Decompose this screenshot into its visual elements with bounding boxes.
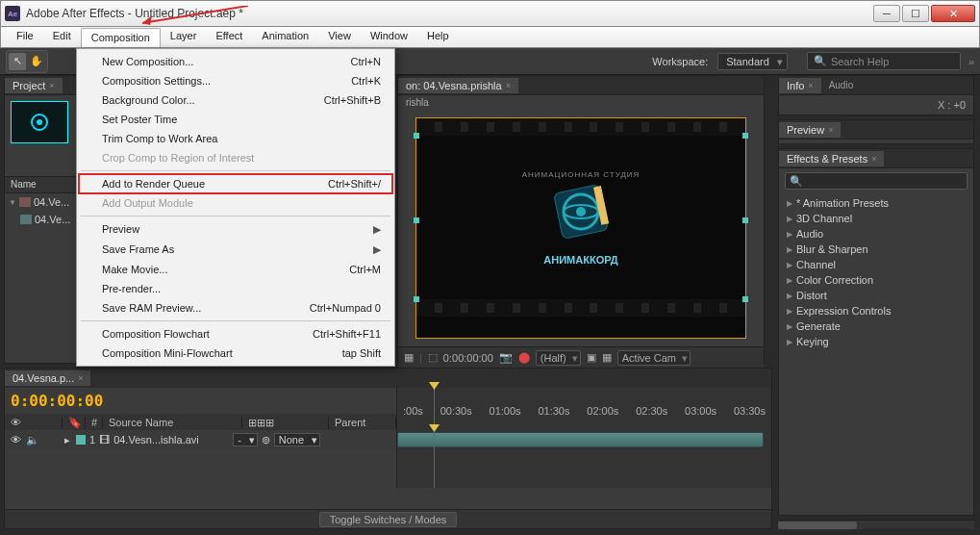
project-item[interactable]: 04.Ve... [5, 211, 76, 228]
menu-item-composition-flowchart[interactable]: Composition FlowchartCtrl+Shift+F11 [79, 324, 392, 344]
menu-item-new-composition[interactable]: New Composition...Ctrl+N [79, 52, 392, 71]
composition-menu-dropdown: New Composition...Ctrl+NComposition Sett… [76, 48, 395, 367]
toggle-switches-button[interactable]: Toggle Switches / Modes [319, 512, 458, 527]
close-icon[interactable]: × [49, 81, 54, 90]
menu-item-add-to-render-queue[interactable]: Add to Render QueueCtrl+Shift+/ [79, 174, 392, 193]
region-icon[interactable]: ▣ [587, 351, 596, 364]
menu-item-pre-render[interactable]: Pre-render... [79, 279, 392, 298]
chevron-right-icon: ▶ [787, 307, 792, 316]
layer-row[interactable]: 👁 🔈 ▸ 1 🎞 04.Vesn...ishla.avi - ⊚ None [5, 430, 396, 449]
close-icon[interactable]: × [808, 81, 813, 90]
timeline-tracks[interactable] [397, 430, 771, 488]
project-item[interactable]: ▼ 04.Ve... [5, 193, 76, 211]
effects-category[interactable]: ▶Channel [779, 257, 973, 272]
audio-tab[interactable]: Audio [821, 78, 862, 92]
playhead[interactable] [434, 388, 435, 430]
menu-effect[interactable]: Effect [206, 27, 252, 47]
file-icon [20, 215, 32, 224]
search-icon: 🔍 [790, 175, 803, 188]
transparency-icon[interactable]: ▦ [602, 351, 612, 364]
folder-icon [19, 197, 31, 207]
menu-item-make-movie[interactable]: Make Movie...Ctrl+M [79, 260, 392, 279]
menu-item-background-color[interactable]: Background Color...Ctrl+Shift+B [79, 90, 392, 110]
close-icon[interactable]: × [506, 81, 511, 90]
camera-dropdown[interactable]: Active Cam [617, 350, 691, 366]
source-name-column[interactable]: Source Name [103, 417, 242, 428]
effects-category[interactable]: ▶Audio [779, 226, 973, 242]
menu-item-save-ram-preview[interactable]: Save RAM Preview...Ctrl+Numpad 0 [79, 298, 392, 318]
label-swatch[interactable] [76, 435, 86, 445]
effects-category[interactable]: ▶Color Correction [779, 272, 973, 288]
timeline-timecode[interactable]: 0:00:00:00 [5, 388, 396, 414]
menu-help[interactable]: Help [417, 27, 459, 47]
menu-item-composition-settings[interactable]: Composition Settings...Ctrl+K [79, 71, 392, 90]
composition-tab[interactable]: on: 04.Vesna.prishla × [398, 78, 518, 93]
menu-item-composition-mini-flowchart[interactable]: Composition Mini-Flowcharttap Shift [79, 344, 392, 363]
mask-icon[interactable]: ⬚ [428, 351, 438, 364]
parent-dropdown[interactable]: None [274, 433, 320, 446]
channels-icon[interactable]: ⬤ [518, 351, 530, 364]
maximize-button[interactable]: ☐ [902, 5, 929, 22]
effects-category[interactable]: ▶Generate [779, 318, 973, 334]
close-icon[interactable]: × [78, 373, 83, 383]
search-icon: 🔍 [814, 55, 827, 67]
grid-icon[interactable]: ▦ [404, 351, 414, 364]
snapshot-icon[interactable]: 📷 [499, 351, 513, 364]
preview-tab[interactable]: Preview× [779, 122, 841, 138]
project-tab[interactable]: Project × [5, 78, 63, 93]
composition-viewer[interactable]: АНИМАЦИОННАЯ СТУДИЯ АНИМАККОРД [415, 117, 746, 339]
effects-category[interactable]: ▶Blur & Sharpen [779, 242, 973, 257]
minimize-button[interactable]: ─ [873, 5, 900, 22]
time-ruler[interactable]: :00s00:30s01:00s01:30s02:00s02:30s03:00s… [397, 388, 771, 430]
svg-point-7 [576, 207, 586, 217]
menu-edit[interactable]: Edit [43, 27, 81, 47]
menu-window[interactable]: Window [361, 27, 417, 47]
eye-icon[interactable]: 👁 [9, 434, 22, 446]
search-help-input[interactable]: 🔍 Search Help [807, 52, 961, 70]
info-tab[interactable]: Info× [779, 78, 821, 93]
mode-dropdown[interactable]: - [233, 433, 258, 446]
effects-category[interactable]: ▶Keying [779, 334, 973, 349]
app-icon: Ae [5, 6, 20, 21]
effects-category[interactable]: ▶Distort [779, 288, 973, 303]
workspace-dropdown[interactable]: Standard [717, 53, 788, 70]
effects-tab[interactable]: Effects & Presets× [779, 151, 884, 166]
close-icon[interactable]: × [828, 125, 833, 135]
project-thumbnail[interactable] [11, 101, 68, 143]
menu-separator [81, 216, 390, 217]
resolution-dropdown[interactable]: (Half) [536, 350, 581, 366]
timeline-tab[interactable]: 04.Vesna.p...× [5, 370, 90, 386]
thumbnail-icon [28, 111, 51, 134]
layer-duration-bar[interactable] [397, 432, 764, 447]
menubar: File Edit Composition Layer Effect Anima… [0, 27, 980, 48]
selection-tool-icon[interactable]: ↖ [9, 53, 26, 70]
menu-item-trim-comp-to-work-area[interactable]: Trim Comp to Work Area [79, 129, 392, 148]
parent-column[interactable]: Parent [329, 417, 396, 428]
effects-category[interactable]: ▶* Animation Presets [779, 195, 973, 211]
close-button[interactable]: ✕ [931, 5, 975, 22]
menu-view[interactable]: View [318, 27, 361, 47]
composition-breadcrumb[interactable]: rishla [398, 95, 764, 110]
layer-name: 04.Vesn...ishla.avi [113, 434, 229, 446]
hand-tool-icon[interactable]: ✋ [28, 53, 45, 70]
effects-category[interactable]: ▶Expression Controls [779, 303, 973, 318]
playhead-line[interactable] [434, 430, 435, 488]
project-column-header[interactable]: Name [5, 176, 76, 193]
menu-animation[interactable]: Animation [252, 27, 318, 47]
menu-composition[interactable]: Composition [81, 28, 161, 47]
pickwhip-icon[interactable]: ⊚ [262, 434, 270, 446]
titlebar: Ae Adobe After Effects - Untitled Projec… [0, 0, 980, 27]
menu-item-set-poster-time[interactable]: Set Poster Time [79, 110, 392, 129]
info-x-label: X : [938, 99, 950, 111]
speaker-icon[interactable]: 🔈 [26, 434, 39, 446]
close-icon[interactable]: × [871, 154, 876, 164]
timecode-display[interactable]: 0:00:00:00 [443, 352, 493, 364]
toolbar-overflow-icon[interactable]: » [968, 56, 974, 67]
menu-item-save-frame-as[interactable]: Save Frame As▶ [79, 240, 392, 260]
effects-search-input[interactable]: 🔍 [785, 172, 967, 190]
right-scrollbar[interactable] [778, 520, 974, 529]
menu-layer[interactable]: Layer [161, 27, 207, 47]
effects-category[interactable]: ▶3D Channel [779, 211, 973, 226]
menu-item-preview[interactable]: Preview▶ [79, 219, 392, 240]
menu-file[interactable]: File [7, 27, 43, 47]
